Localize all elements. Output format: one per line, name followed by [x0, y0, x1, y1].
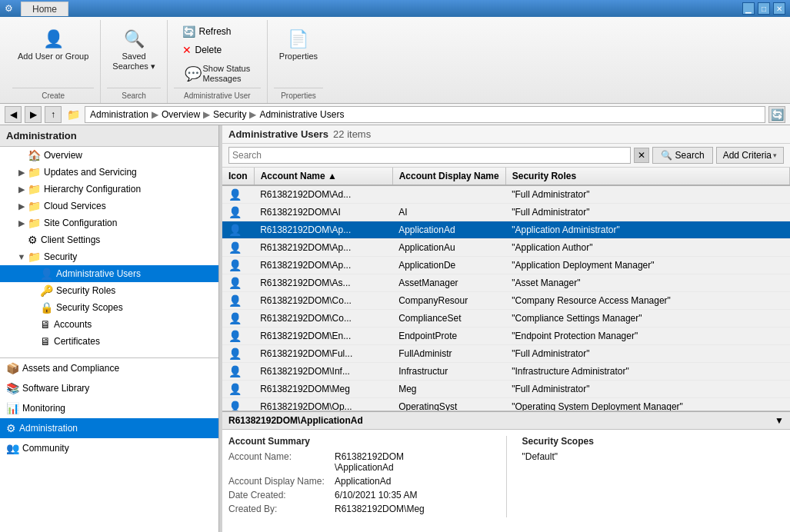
path-segment-admin[interactable]: Administration — [90, 109, 148, 120]
cell-icon: 👤 — [222, 363, 254, 381]
table-row[interactable]: 👤 R61382192DOM\Ap... ApplicationAu "Appl… — [222, 239, 790, 257]
sidebar-item-updates[interactable]: ▶ 📁 Updates and Servicing — [0, 164, 218, 181]
col-header-account-name[interactable]: Account Name ▲ — [254, 168, 392, 185]
table-row[interactable]: 👤 R61382192DOM\Ap... ApplicationAd "Appl… — [222, 221, 790, 239]
saved-searches-icon: 🔍 — [122, 27, 146, 52]
sidebar-item-certificates[interactable]: 🖥 Certificates — [0, 333, 218, 350]
cell-account-name: R61382192DOM\Inf... — [254, 363, 392, 381]
sidebar-item-site-config[interactable]: ▶ 📁 Site Configuration — [0, 214, 218, 231]
sidebar-item-cloud[interactable]: ▶ 📁 Cloud Services — [0, 198, 218, 214]
table-row[interactable]: 👤 R61382192DOM\Op... OperatingSyst "Oper… — [222, 398, 790, 412]
sidebar-item-overview[interactable]: 🏠 Overview — [0, 147, 218, 164]
cell-icon: 👤 — [222, 345, 254, 363]
table-row[interactable]: 👤 R61382192DOM\As... AssetManager "Asset… — [222, 274, 790, 292]
create-group-label: Create — [12, 88, 94, 100]
table-row[interactable]: 👤 R61382192DOM\En... EndpointProte "Endp… — [222, 328, 790, 345]
cell-account-name: R61382192DOM\As... — [254, 274, 392, 292]
cell-account-name: R61382192DOM\AI — [254, 204, 392, 221]
close-button[interactable]: ✕ — [773, 2, 785, 15]
nav-monitoring[interactable]: 📊 Monitoring — [0, 398, 218, 418]
search-group-label: Search — [107, 88, 161, 100]
nav-community[interactable]: 👥 Community — [0, 438, 218, 458]
security-scopes-label: Security Scopes — [56, 302, 123, 313]
table-row[interactable]: 👤 R61382192DOM\Ad... "Full Administrator… — [222, 185, 790, 204]
back-button[interactable]: ◀ — [5, 106, 22, 123]
home-tab[interactable]: Home — [21, 2, 68, 16]
forward-button[interactable]: ▶ — [25, 106, 42, 123]
table-container: Icon Account Name ▲ Account Display Name… — [222, 168, 790, 411]
col-header-security-roles[interactable]: Security Roles — [505, 168, 789, 185]
sidebar-item-client-settings[interactable]: ⚙ Client Settings — [0, 231, 218, 248]
add-user-group-button[interactable]: 👤 Add User or Group — [12, 23, 94, 65]
cell-account-name: R61382192DOM\Op... — [254, 398, 392, 412]
search-btn-label: Search — [675, 150, 705, 161]
path-segment-security[interactable]: Security — [213, 109, 246, 120]
account-summary-title: Account Summary — [228, 436, 491, 447]
security-scopes-title: Security Scopes — [522, 436, 785, 447]
detail-collapse-icon[interactable]: ▼ — [775, 415, 784, 426]
add-user-label: Add User or Group — [18, 52, 88, 62]
folder-icon-nav: 📁 — [65, 106, 82, 123]
search-clear-button[interactable]: ✕ — [634, 148, 649, 163]
date-created-label: Date Created: — [228, 490, 328, 500]
address-bar: ◀ ▶ ↑ 📁 Administration ▶ Overview ▶ Secu… — [0, 104, 790, 125]
toggle-cloud[interactable]: ▶ — [15, 201, 28, 211]
col-header-display-name[interactable]: Account Display Name — [392, 168, 505, 185]
path-sep-2: ▶ — [203, 109, 210, 120]
refresh-button[interactable]: 🔄 Refresh — [178, 23, 235, 40]
table-row[interactable]: 👤 R61382192DOM\Co... ComplianceSet "Comp… — [222, 310, 790, 328]
cell-display-name: FullAdministr — [392, 345, 505, 363]
show-status-messages-button[interactable]: 💬 Show StatusMessages — [178, 60, 255, 88]
table-row[interactable]: 👤 R61382192DOM\Meg Meg "Full Administrat… — [222, 381, 790, 398]
sidebar-item-security[interactable]: ▼ 📁 Security — [0, 248, 218, 265]
saved-searches-button[interactable]: 🔍 SavedSearches ▾ — [107, 23, 161, 75]
add-criteria-button[interactable]: Add Criteria ▾ — [716, 147, 784, 164]
minimize-button[interactable]: ▁ — [742, 2, 755, 15]
toggle-hierarchy[interactable]: ▶ — [15, 185, 28, 195]
table-row[interactable]: 👤 R61382192DOM\Ap... ApplicationDe "Appl… — [222, 257, 790, 274]
table-row[interactable]: 👤 R61382192DOM\Inf... Infrastructur "Inf… — [222, 363, 790, 381]
cell-display-name: ComplianceSet — [392, 310, 505, 328]
accounts-icon: 🖥 — [40, 318, 51, 331]
toggle-site-config[interactable]: ▶ — [15, 218, 28, 228]
cell-security-roles: "Full Administrator" — [505, 185, 789, 204]
security-label: Security — [44, 251, 77, 262]
path-segment-admin-users[interactable]: Administrative Users — [259, 109, 344, 120]
properties-button[interactable]: 📄 Properties — [274, 23, 323, 65]
cell-icon: 👤 — [222, 185, 254, 204]
sidebar-item-accounts[interactable]: 🖥 Accounts — [0, 316, 218, 333]
maximize-button[interactable]: □ — [758, 2, 770, 15]
cell-display-name: OperatingSyst — [392, 398, 505, 412]
ribbon-group-search: 🔍 SavedSearches ▾ Search — [101, 20, 168, 103]
table-row[interactable]: 👤 R61382192DOM\AI AI "Full Administrator… — [222, 204, 790, 221]
search-button[interactable]: 🔍 Search — [652, 147, 713, 164]
security-icon: 📁 — [28, 251, 41, 263]
nav-software[interactable]: 📚 Software Library — [0, 378, 218, 398]
path-segment-overview[interactable]: Overview — [162, 109, 200, 120]
table-row[interactable]: 👤 R61382192DOM\Co... CompanyResour "Comp… — [222, 292, 790, 310]
address-path[interactable]: Administration ▶ Overview ▶ Security ▶ A… — [85, 106, 765, 123]
col-header-icon: Icon — [222, 168, 254, 185]
search-input[interactable] — [228, 147, 631, 164]
toggle-updates[interactable]: ▶ — [15, 168, 28, 178]
sidebar-item-security-scopes[interactable]: 🔒 Security Scopes — [0, 299, 218, 316]
cell-security-roles: "Infrastructure Administrator" — [505, 363, 789, 381]
sidebar-item-hierarchy[interactable]: ▶ 📁 Hierarchy Configuration — [0, 181, 218, 198]
cell-display-name: ApplicationAd — [392, 221, 505, 239]
sidebar-item-admin-users[interactable]: 👤 Administrative Users — [0, 265, 218, 282]
address-refresh-button[interactable]: 🔄 — [768, 106, 785, 123]
table-row[interactable]: 👤 R61382192DOM\Ful... FullAdministr "Ful… — [222, 345, 790, 363]
search-bar: ✕ 🔍 Search Add Criteria ▾ — [222, 144, 790, 168]
nav-administration[interactable]: ⚙ Administration — [0, 418, 218, 438]
account-name-row: Account Name: R61382192DOM \ApplicationA… — [228, 451, 491, 473]
client-settings-label: Client Settings — [41, 234, 100, 245]
delete-label: Delete — [195, 45, 222, 55]
cell-display-name: AI — [392, 204, 505, 221]
up-button[interactable]: ↑ — [45, 106, 62, 123]
sidebar-item-security-roles[interactable]: 🔑 Security Roles — [0, 282, 218, 299]
nav-assets[interactable]: 📦 Assets and Compliance — [0, 358, 218, 378]
delete-button[interactable]: ✕ Delete — [178, 42, 235, 58]
toggle-security[interactable]: ▼ — [15, 252, 28, 261]
detail-divider — [506, 436, 507, 517]
cell-account-name: R61382192DOM\Co... — [254, 310, 392, 328]
